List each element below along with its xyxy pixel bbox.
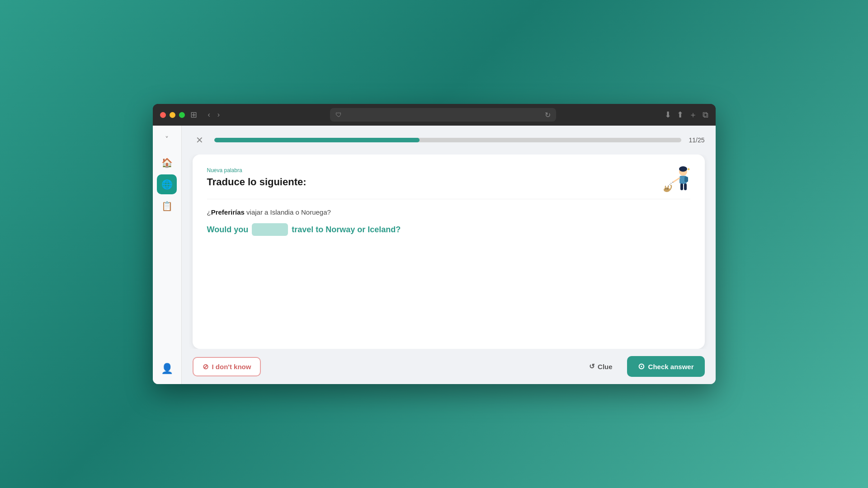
svg-rect-4 bbox=[684, 183, 687, 190]
question-card-wrapper: ✦ Nueva palabra Traduce lo siguiente: ¿P… bbox=[182, 155, 716, 349]
question-card: ✦ Nueva palabra Traduce lo siguiente: ¿P… bbox=[193, 155, 705, 349]
spanish-after: viajar a Islandia o Noruega? bbox=[245, 208, 331, 216]
translation-sentence: Would you travel to Norway or Iceland? bbox=[207, 223, 690, 236]
svg-point-6 bbox=[664, 188, 670, 192]
shield-icon: 🛡 bbox=[335, 111, 342, 118]
action-bar: ⊘ I don't know ↺ Clue ⊙ Check answer bbox=[182, 349, 716, 384]
main-content: ✕ 11/25 bbox=[182, 126, 716, 384]
spanish-sentence: ¿Preferirías viajar a Islandia o Noruega… bbox=[207, 208, 690, 216]
traffic-light-yellow[interactable] bbox=[170, 112, 175, 118]
check-answer-label: Check answer bbox=[648, 363, 694, 371]
library-icon: 📋 bbox=[161, 201, 173, 211]
svg-point-10 bbox=[667, 188, 668, 189]
new-tab-button[interactable]: ＋ bbox=[689, 109, 697, 120]
traffic-light-green[interactable] bbox=[179, 112, 185, 118]
clue-label: Clue bbox=[598, 363, 613, 371]
progress-bar-container bbox=[214, 138, 682, 142]
card-divider bbox=[207, 199, 690, 199]
dont-know-icon: ⊘ bbox=[203, 362, 208, 371]
progress-header: ✕ 11/25 bbox=[182, 126, 716, 155]
svg-point-9 bbox=[665, 188, 666, 189]
traffic-light-red[interactable] bbox=[160, 112, 166, 118]
forward-button[interactable]: › bbox=[216, 110, 222, 120]
home-icon: 🏠 bbox=[161, 157, 173, 168]
close-icon: ✕ bbox=[196, 135, 203, 145]
spanish-before: ¿ bbox=[207, 208, 211, 216]
tabs-button[interactable]: ⧉ bbox=[703, 110, 708, 120]
share-button[interactable]: ⬆ bbox=[677, 110, 684, 120]
globe-icon: 🌐 bbox=[161, 179, 173, 190]
dont-know-label: I don't know bbox=[212, 363, 251, 371]
check-answer-icon: ⊙ bbox=[638, 361, 645, 371]
browser-actions: ⬇ ⬆ ＋ ⧉ bbox=[665, 109, 708, 120]
url-bar[interactable]: 🛡 ↻ bbox=[330, 108, 556, 122]
browser-nav-controls: ‹ › bbox=[206, 110, 222, 120]
browser-chrome: ⊞ ‹ › 🛡 ↻ ⬇ ⬆ ＋ ⧉ bbox=[153, 104, 716, 126]
progress-bar-fill bbox=[214, 138, 420, 142]
clue-button[interactable]: ↺ Clue bbox=[582, 358, 620, 375]
new-word-label: Nueva palabra bbox=[207, 167, 690, 174]
check-answer-button[interactable]: ⊙ Check answer bbox=[627, 356, 705, 377]
refresh-button[interactable]: ↻ bbox=[545, 111, 551, 119]
user-icon: 👤 bbox=[161, 363, 173, 375]
svg-marker-7 bbox=[665, 185, 666, 188]
translation-before: Would you bbox=[207, 225, 249, 235]
chevron-down-icon: ˅ bbox=[165, 135, 169, 144]
traffic-lights bbox=[160, 112, 185, 118]
svg-text:✦: ✦ bbox=[687, 167, 690, 172]
translation-after: travel to Norway or Iceland? bbox=[292, 225, 401, 235]
browser-content: ˅ 🏠 🌐 📋 👤 ✕ bbox=[153, 126, 716, 384]
clue-icon: ↺ bbox=[589, 362, 595, 371]
downloads-button[interactable]: ⬇ bbox=[665, 110, 671, 120]
url-bar-area: 🛡 ↻ bbox=[227, 108, 659, 122]
app-sidebar: ˅ 🏠 🌐 📋 👤 bbox=[153, 126, 182, 384]
svg-line-5 bbox=[673, 178, 679, 182]
sidebar-toggle-button[interactable]: ⊞ bbox=[190, 110, 197, 120]
svg-rect-3 bbox=[680, 183, 683, 190]
translation-blank[interactable] bbox=[252, 223, 288, 236]
sidebar-item-learn[interactable]: 🌐 bbox=[157, 174, 177, 194]
svg-point-1 bbox=[679, 166, 687, 172]
svg-rect-11 bbox=[684, 177, 688, 182]
close-lesson-button[interactable]: ✕ bbox=[193, 133, 207, 147]
sidebar-collapse-button[interactable]: ˅ bbox=[159, 131, 175, 147]
card-illustration: ✦ bbox=[660, 162, 696, 198]
back-button[interactable]: ‹ bbox=[206, 110, 212, 120]
spanish-highlighted-word: Preferirías bbox=[211, 208, 245, 216]
sidebar-item-library[interactable]: 📋 bbox=[157, 196, 177, 216]
progress-count: 11/25 bbox=[689, 136, 704, 144]
dont-know-button[interactable]: ⊘ I don't know bbox=[193, 357, 261, 376]
sidebar-item-home[interactable]: 🏠 bbox=[157, 153, 177, 173]
browser-window: ⊞ ‹ › 🛡 ↻ ⬇ ⬆ ＋ ⧉ ˅ 🏠 bbox=[153, 104, 716, 384]
translate-instruction: Traduce lo siguiente: bbox=[207, 176, 690, 188]
user-profile-button[interactable]: 👤 bbox=[157, 359, 177, 379]
